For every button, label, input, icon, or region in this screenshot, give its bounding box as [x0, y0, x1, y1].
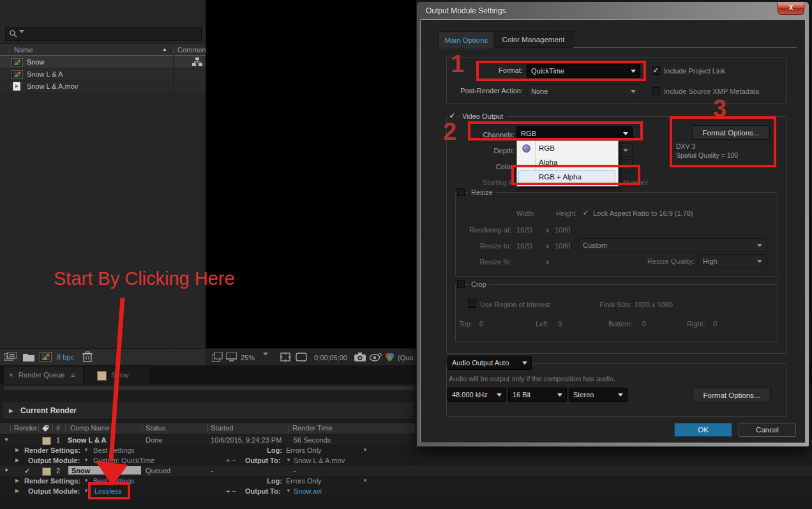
tab-close-icon[interactable]: ×: [9, 367, 13, 383]
audio-format-options-button[interactable]: Format Options...: [693, 388, 771, 402]
output-module-value[interactable]: Custom: QuickTime: [93, 455, 154, 466]
crop-right-value[interactable]: 0: [713, 320, 717, 328]
column-name[interactable]: Name: [14, 44, 33, 56]
zoom-level[interactable]: 25%: [241, 354, 255, 361]
comp-name[interactable]: Snow: [71, 466, 90, 476]
crop-left-value[interactable]: 0: [558, 320, 562, 328]
resize-preset-dropdown[interactable]: Custom: [578, 238, 767, 252]
log-value[interactable]: Errors Only: [286, 476, 322, 486]
col-status[interactable]: Status: [146, 423, 165, 434]
col-started[interactable]: Started: [211, 423, 233, 434]
project-item-label[interactable]: Snow: [27, 56, 45, 68]
project-item-snow-mov[interactable]: Snow L & A.mov: [0, 80, 206, 93]
menu-item-rgb[interactable]: RGB: [517, 141, 618, 155]
lock-aspect-checkbox[interactable]: ✓: [582, 209, 590, 217]
dropdown-icon[interactable]: ▼: [84, 445, 89, 455]
add-remove-output[interactable]: + −: [226, 486, 236, 496]
col-render[interactable]: Render: [14, 423, 37, 434]
project-footer-toolbar: 8 bpc: [0, 348, 206, 366]
project-item-snow[interactable]: Snow: [0, 56, 206, 68]
project-item-label[interactable]: Snow L & A: [27, 68, 63, 80]
crop-top-value[interactable]: 0: [479, 320, 483, 328]
new-folder-icon[interactable]: [23, 353, 34, 361]
tab-main-options[interactable]: Main Options: [438, 31, 495, 49]
comp-color-swatch[interactable]: [42, 467, 51, 476]
timecode-display[interactable]: 0;00;05;00: [314, 354, 347, 361]
rq-column-header[interactable]: Render # Comp Name Status Started Render…: [0, 422, 416, 435]
audio-channels-dropdown[interactable]: Stereo: [569, 388, 628, 402]
tab-label[interactable]: Render Queue: [19, 367, 64, 383]
tab-label[interactable]: Snow: [111, 367, 129, 383]
show-snapshot-icon[interactable]: [370, 353, 382, 361]
dropdown-icon[interactable]: ▼: [84, 455, 89, 466]
always-preview-icon[interactable]: [212, 352, 223, 362]
column-comment[interactable]: Comment: [177, 44, 208, 56]
crop-checkbox[interactable]: [457, 280, 465, 288]
flowchart-icon[interactable]: [192, 57, 202, 66]
dropdown-icon[interactable]: ▼: [363, 445, 368, 455]
bit-depth-button[interactable]: 8 bpc: [57, 353, 74, 361]
display-icon[interactable]: [226, 353, 237, 361]
snapshot-camera-icon[interactable]: [354, 353, 366, 361]
dialog-close-button[interactable]: X: [778, 3, 804, 15]
search-input[interactable]: [5, 27, 202, 41]
twirl-icon[interactable]: ▶: [15, 476, 19, 486]
log-value[interactable]: Errors Only: [286, 445, 322, 455]
sample-rate-dropdown[interactable]: 48.000 kHz: [447, 388, 506, 402]
twirl-icon[interactable]: ▶: [15, 486, 19, 496]
project-item-snow-la[interactable]: Snow L & A: [0, 68, 206, 80]
resize-width: 1920: [516, 242, 532, 250]
resolution-label[interactable]: (Qua: [398, 354, 413, 361]
col-comp-name[interactable]: Comp Name: [70, 423, 110, 434]
dropdown-icon[interactable]: ▼: [363, 476, 368, 486]
output-to-value[interactable]: Snow L & A.mov: [294, 455, 345, 466]
include-xmp-checkbox[interactable]: [652, 87, 660, 95]
dialog-content: Main Options Color Management Format: Qu…: [420, 19, 806, 443]
resize-checkbox[interactable]: [457, 188, 465, 196]
tab-color-management[interactable]: Color Management: [493, 31, 573, 48]
cancel-button[interactable]: Cancel: [739, 423, 796, 437]
current-render-header[interactable]: ▶ Current Render: [3, 402, 414, 420]
include-project-link-checkbox[interactable]: ✓: [652, 66, 660, 75]
crop-bottom-value[interactable]: 0: [642, 320, 646, 328]
new-composition-icon[interactable]: [40, 352, 52, 361]
render-settings-value[interactable]: Best Settings: [93, 445, 135, 455]
horizontal-scrollbar[interactable]: [4, 386, 414, 390]
label-color-icon[interactable]: [41, 425, 49, 432]
expand-icon[interactable]: ▼: [4, 466, 9, 476]
interpret-footage-icon[interactable]: [4, 352, 17, 362]
expand-icon[interactable]: ▼: [4, 435, 9, 445]
tab-menu-icon[interactable]: ≡: [71, 367, 75, 383]
ok-button[interactable]: OK: [674, 423, 732, 437]
sort-asc-icon[interactable]: ▲: [162, 44, 167, 56]
output-to-value[interactable]: Snow.avi: [294, 486, 322, 496]
project-column-header[interactable]: Name ▲ Comment: [0, 43, 206, 56]
project-item-label[interactable]: Snow L & A.mov: [27, 80, 78, 93]
tab-snow[interactable]: Snow: [84, 367, 149, 384]
search-dropdown-icon[interactable]: [19, 33, 24, 41]
post-render-action-dropdown[interactable]: None: [527, 84, 640, 98]
show-channels-icon[interactable]: [384, 353, 395, 361]
resize-quality-dropdown[interactable]: High: [698, 254, 767, 268]
add-remove-output[interactable]: + −: [226, 455, 236, 466]
rq-row-2[interactable]: ▼ ✓ 2 Snow Queued - -: [0, 466, 812, 476]
comp-color-swatch[interactable]: [42, 437, 51, 445]
dropdown-icon[interactable]: ▼: [286, 486, 291, 496]
roi-checkbox[interactable]: [468, 300, 476, 308]
col-num[interactable]: #: [56, 423, 60, 434]
trash-icon[interactable]: [82, 351, 93, 363]
grid-guides-icon[interactable]: [280, 352, 291, 362]
audio-output-dropdown[interactable]: Audio Output Auto: [447, 356, 532, 370]
tab-render-queue[interactable]: × Render Queue ≡: [4, 367, 83, 384]
render-checkbox[interactable]: ✓: [24, 466, 30, 476]
twirl-icon[interactable]: ▶: [15, 455, 19, 466]
collapse-arrow-icon[interactable]: ▶: [9, 402, 13, 419]
crop-top-label: Top:: [459, 320, 472, 328]
col-render-time[interactable]: Render Time: [292, 423, 333, 434]
dropdown-icon[interactable]: ▼: [286, 455, 291, 466]
twirl-icon[interactable]: ▶: [15, 445, 19, 455]
zoom-dropdown-icon[interactable]: [263, 356, 268, 363]
region-of-interest-icon[interactable]: [296, 353, 307, 361]
comp-name[interactable]: Snow L & A: [68, 435, 107, 445]
bit-depth-dropdown[interactable]: 16 Bit: [508, 388, 567, 402]
